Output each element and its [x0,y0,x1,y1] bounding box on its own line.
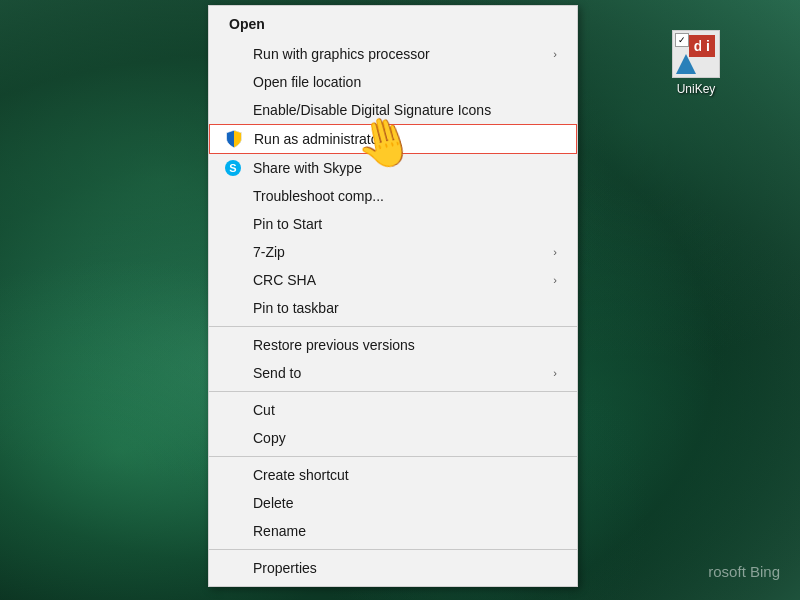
unikey-icon-image: ✓ d i [672,30,720,78]
menu-item-properties[interactable]: Properties [209,554,577,582]
menu-item-label: Rename [253,523,306,539]
menu-item-label: 7-Zip [253,244,285,260]
menu-item-delete[interactable]: Delete [209,489,577,517]
menu-item-label: Delete [253,495,293,511]
menu-item-label: Cut [253,402,275,418]
menu-item-share-with-skype[interactable]: S Share with Skype [209,154,577,182]
menu-separator [209,391,577,392]
letter-i: i [701,35,715,57]
menu-item-label: Open file location [253,74,361,90]
menu-item-label: Enable/Disable Digital Signature Icons [253,102,491,118]
context-menu: Open Run with graphics processor › Open … [208,5,578,587]
menu-item-send-to[interactable]: Send to › [209,359,577,387]
menu-item-crc-sha[interactable]: CRC SHA › [209,266,577,294]
shield-icon [224,129,244,149]
menu-item-pin-to-taskbar[interactable]: Pin to taskbar [209,294,577,322]
menu-item-cut[interactable]: Cut [209,396,577,424]
menu-separator [209,456,577,457]
menu-item-label: Pin to Start [253,216,322,232]
check-badge: ✓ [675,33,689,47]
menu-item-label: Run with graphics processor [253,46,430,62]
menu-item-copy[interactable]: Copy [209,424,577,452]
menu-item-run-as-admin[interactable]: Run as administrator [209,124,577,154]
menu-item-label: Copy [253,430,286,446]
menu-separator [209,326,577,327]
bing-watermark: rosoft Bing [708,563,780,580]
menu-header-open: Open [209,10,577,38]
menu-item-troubleshoot-compat[interactable]: Troubleshoot comp... [209,182,577,210]
unikey-icon-label: UniKey [677,82,716,96]
menu-item-label: Share with Skype [253,160,362,176]
menu-item-7zip[interactable]: 7-Zip › [209,238,577,266]
menu-item-run-with-gpu[interactable]: Run with graphics processor › [209,40,577,68]
unikey-desktop-icon[interactable]: ✓ d i UniKey [672,30,720,96]
menu-item-label: Restore previous versions [253,337,415,353]
menu-separator [209,549,577,550]
submenu-arrow-icon: › [553,367,557,379]
menu-item-label: CRC SHA [253,272,316,288]
submenu-arrow-icon: › [553,274,557,286]
menu-item-label: Run as administrator [254,131,383,147]
menu-item-create-shortcut[interactable]: Create shortcut [209,461,577,489]
blue-arrow [676,54,696,74]
submenu-arrow-icon: › [553,48,557,60]
skype-icon: S [223,158,243,178]
menu-item-pin-to-start[interactable]: Pin to Start [209,210,577,238]
menu-item-label: Troubleshoot comp... [253,188,384,204]
menu-item-rename[interactable]: Rename [209,517,577,545]
menu-item-label: Properties [253,560,317,576]
menu-item-open-file-location[interactable]: Open file location [209,68,577,96]
menu-item-label: Create shortcut [253,467,349,483]
menu-item-label: Pin to taskbar [253,300,339,316]
submenu-arrow-icon: › [553,246,557,258]
menu-item-enable-disable-digital[interactable]: Enable/Disable Digital Signature Icons [209,96,577,124]
menu-item-restore-previous[interactable]: Restore previous versions [209,331,577,359]
menu-item-label: Send to [253,365,301,381]
